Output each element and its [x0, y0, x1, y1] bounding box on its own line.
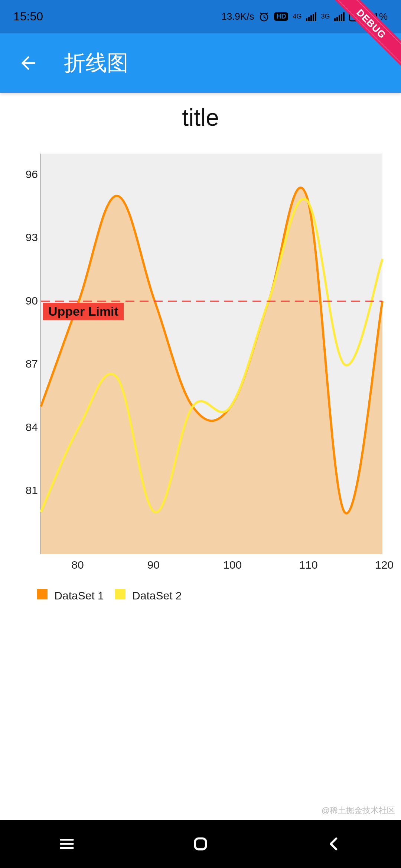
signal-4g-icon [306, 12, 316, 21]
chart-container: title 8184879093968090100110120Upper Lim… [0, 93, 401, 602]
legend-label-2: DataSet 2 [132, 589, 182, 602]
chart-legend: DataSet 1 DataSet 2 [0, 584, 401, 602]
back-arrow-icon [18, 53, 39, 73]
nav-home-button[interactable] [189, 833, 212, 855]
y-tick-label: 87 [26, 358, 38, 370]
legend-label-1: DataSet 1 [54, 589, 104, 602]
hd-badge-icon: HD [274, 12, 288, 21]
nav-back-icon [326, 836, 342, 852]
network-3g-label: 3G [321, 13, 330, 20]
y-tick-label: 84 [26, 421, 38, 434]
net-speed: 13.9K/s [221, 11, 254, 22]
x-tick-label: 100 [223, 559, 242, 571]
app-bar-title: 折线图 [64, 49, 128, 78]
x-tick-label: 120 [375, 559, 394, 571]
y-tick-label: 93 [26, 231, 38, 244]
status-bar: 15:50 13.9K/s HD 4G 3G 1% [0, 0, 401, 33]
nav-back-button[interactable] [323, 833, 345, 855]
nav-recent-button[interactable] [56, 833, 78, 855]
watermark: @稀土掘金技术社区 [322, 805, 395, 816]
y-tick-label: 90 [26, 295, 38, 307]
status-time: 15:50 [13, 10, 43, 23]
alarm-icon [258, 11, 270, 22]
x-tick-label: 90 [147, 559, 160, 571]
y-tick-label: 96 [26, 168, 38, 181]
app-bar: 折线图 [0, 33, 401, 93]
chart-title: title [0, 100, 401, 154]
legend-item-2: DataSet 2 [115, 589, 182, 602]
navigation-bar [0, 820, 401, 868]
x-tick-label: 80 [71, 559, 84, 571]
home-icon [192, 836, 209, 852]
svg-rect-6 [195, 838, 206, 849]
chart-plot-area[interactable]: 8184879093968090100110120Upper Limit [15, 154, 386, 584]
recent-icon [59, 836, 75, 852]
svg-rect-2 [366, 15, 368, 19]
status-right: 13.9K/s HD 4G 3G 1% [221, 11, 388, 22]
network-4g-label: 4G [293, 13, 301, 20]
signal-3g-icon [334, 12, 345, 21]
y-tick-label: 81 [26, 484, 38, 497]
legend-item-1: DataSet 1 [37, 589, 104, 602]
x-tick-label: 110 [299, 559, 318, 571]
battery-icon [349, 11, 369, 22]
legend-swatch-1-icon [37, 589, 48, 599]
legend-swatch-2-icon [115, 589, 125, 599]
back-button[interactable] [15, 50, 42, 76]
battery-percent: 1% [374, 11, 388, 22]
limit-line-label: Upper Limit [43, 303, 124, 320]
